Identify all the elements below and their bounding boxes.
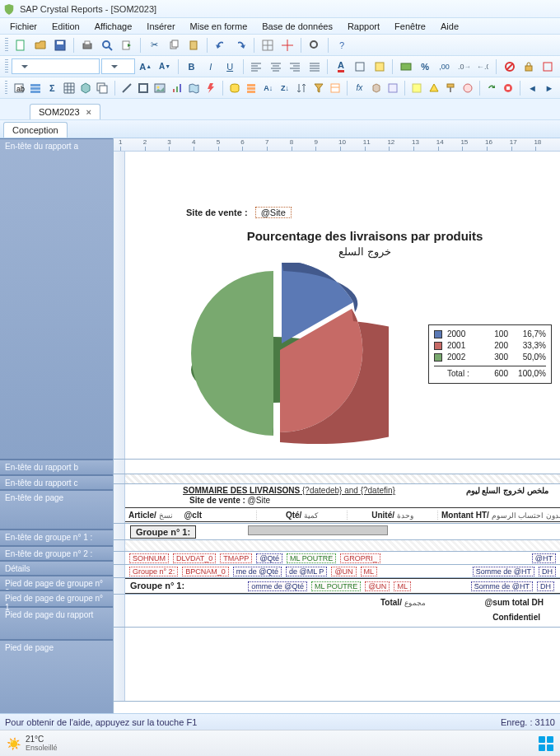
design-canvas[interactable]: 12 34 56 78 910 1112 1314 1516 1718 Site… [113,138,560,733]
alert-icon[interactable] [427,79,441,97]
section-label-rf[interactable]: Pied de page du rapport [0,607,113,640]
insert-summary-icon[interactable]: Σ [44,79,59,97]
help-icon[interactable]: ? [333,36,351,54]
menu-aide[interactable]: Aide [434,20,465,33]
menu-inserer[interactable]: Insérer [140,20,181,33]
menu-miseenforme[interactable]: Mise en forme [184,20,254,33]
section-gf1[interactable]: Groupe n° 1: omme de @Qté ML POUTRE @UN … [114,578,560,595]
zoom-combo-icon[interactable] [306,36,324,54]
print-icon[interactable] [78,36,96,54]
open-icon[interactable] [31,36,49,54]
field[interactable]: Groupe n° 2: [129,567,178,576]
menu-fenetre[interactable]: Fenêtre [388,20,432,33]
field[interactable]: ML [361,567,378,576]
insert-map-icon[interactable] [186,79,201,97]
insert-chart-icon[interactable] [170,79,184,97]
taskbar[interactable]: ☀️ 21°C Ensoleillé [0,730,560,756]
field[interactable]: ML POUTRE [311,581,361,591]
font-color-icon[interactable]: A [332,58,349,76]
border-icon[interactable] [352,58,369,76]
field[interactable]: Somme de @HT [473,567,534,576]
copy-icon[interactable] [165,36,183,54]
inc-decimal-icon[interactable]: .0→ [455,58,472,76]
grow-font-icon[interactable]: A▲ [137,58,154,76]
next-page-icon[interactable]: ► [542,79,557,97]
olap-design-icon[interactable] [369,79,384,97]
insert-text-icon[interactable]: ab [11,79,26,97]
section-gh1[interactable]: Groupe n° 1: [114,524,560,540]
align-justify-icon[interactable] [306,58,323,76]
field[interactable]: BPCNAM_0 [182,567,229,576]
underline-icon[interactable]: U [221,58,238,76]
section-label-rh-c[interactable]: En-tête du rapport c [0,475,113,490]
field[interactable]: omme de @Qté [248,581,307,591]
new-icon[interactable] [12,36,30,54]
field[interactable]: DH [537,581,554,591]
stop-icon[interactable] [501,79,516,97]
doc-tab[interactable]: SOM2023 × [30,104,100,119]
menu-affichage[interactable]: Affichage [88,20,139,33]
toolbar-grip[interactable] [5,81,7,96]
field[interactable]: GROPRI_ [340,553,380,563]
grsort-expert-icon[interactable]: Z↓ [278,79,292,97]
turn-off-icon[interactable] [460,79,474,97]
section-rh-a[interactable]: Site de vente : @Site Pourcentage des li… [114,152,560,460]
toggle-guides-icon[interactable] [278,36,296,54]
ph-site[interactable]: Site de vente : @Site [189,496,270,505]
insert-crosstab-icon[interactable] [62,79,77,97]
currency-icon[interactable] [397,58,414,76]
prev-page-icon[interactable]: ◄ [525,79,539,97]
section-label-rh-a[interactable]: En-tête du rapport a [0,138,113,460]
font-combo[interactable] [12,58,100,74]
suppress-icon[interactable] [501,58,518,76]
field[interactable]: @UN [331,567,356,576]
tab-conception[interactable]: Conception [3,122,68,138]
insert-line-icon[interactable] [119,79,134,97]
field[interactable]: de @ML P [286,567,327,576]
align-center-icon[interactable] [267,58,284,76]
shrink-font-icon[interactable]: A▼ [156,58,173,76]
insert-box-icon[interactable] [136,79,151,97]
field[interactable]: Somme de @HT [471,581,533,591]
field[interactable]: TMAPP [220,553,252,563]
align-left-icon[interactable] [248,58,265,76]
format-painter-icon[interactable] [443,79,458,97]
field[interactable]: @HT [532,553,556,563]
gf1-label[interactable]: Groupe n° 1: [130,581,184,590]
section-gh2[interactable] [114,540,560,552]
insert-flash-icon[interactable] [203,79,217,97]
section-rh-b[interactable] [114,460,560,474]
field[interactable]: ML POUTRE [287,553,336,563]
chart-title[interactable]: Pourcentage des livraisons par produits [176,229,553,243]
insert-subreport-icon[interactable] [95,79,110,97]
menu-bar[interactable]: Fichier Edition Affichage Insérer Mise e… [0,18,560,35]
section-label-rh-b[interactable]: En-tête du rapport b [0,460,113,475]
insert-group-icon[interactable] [28,79,43,97]
section-label-ph[interactable]: En-tête de page [0,490,113,530]
field[interactable]: DH [539,567,556,576]
vertical-ruler[interactable] [114,152,125,459]
insert-picture-icon[interactable] [152,79,167,97]
preview-icon[interactable] [98,36,116,54]
pie-chart[interactable] [175,263,389,444]
export-icon[interactable] [118,36,136,54]
dec-decimal-icon[interactable]: ←.0 [474,58,492,76]
menu-fichier[interactable]: Fichier [3,20,44,33]
insert-olap-icon[interactable] [78,79,93,97]
field[interactable]: SOHNUM [129,553,169,563]
lock-icon[interactable] [520,58,537,76]
section-rh-c[interactable] [114,474,560,484]
ph-summary[interactable]: SOMMAIRE DES LIVRAISONS {?datedeb} and {… [183,486,395,495]
section-label-gh2[interactable]: En-tête de groupe n° 2 : [0,546,113,561]
section-pf[interactable] [114,628,560,702]
sort-control-icon[interactable] [294,79,309,97]
bold-icon[interactable]: B [183,58,200,76]
toolbar-grip[interactable] [5,38,8,53]
windows-start-icon[interactable] [539,736,553,751]
cut-icon[interactable]: ✂ [145,36,163,54]
select-expert-icon[interactable] [311,79,326,97]
percent-icon[interactable]: % [417,58,434,76]
template-expert-icon[interactable] [385,79,400,97]
highlight-expert-icon[interactable] [409,79,424,97]
undo-icon[interactable] [212,36,230,54]
